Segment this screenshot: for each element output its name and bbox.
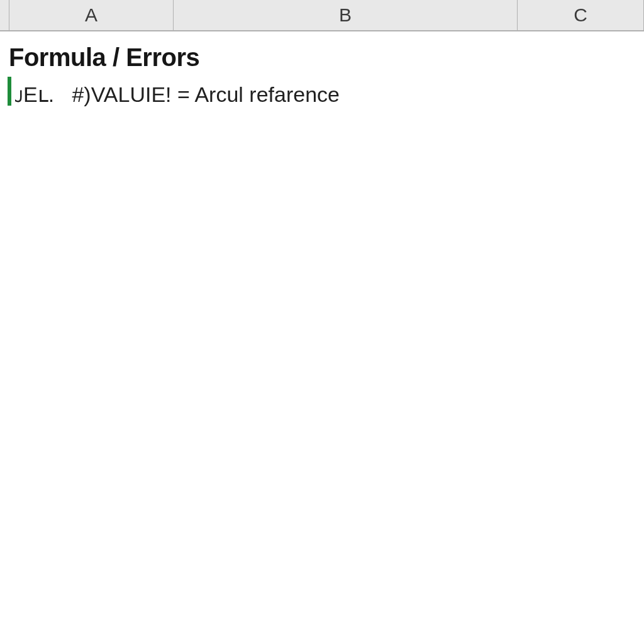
cell-A2-rest: #)VALUIE! = Arcul refarence <box>54 82 340 106</box>
cells-area[interactable]: Formula / Errors ᴊEʟ. #)VALUIE! = Arcul … <box>0 31 644 644</box>
column-header-A[interactable]: A <box>9 0 174 30</box>
row-1[interactable]: Formula / Errors <box>0 31 644 77</box>
cell-A1-title[interactable]: Formula / Errors <box>9 43 199 72</box>
column-header-B[interactable]: B <box>174 0 518 30</box>
cell-A2-prefix: ᴊEʟ. <box>15 82 54 106</box>
cell-A2-content[interactable]: ᴊEʟ. #)VALUIE! = Arcul refarence <box>15 82 340 107</box>
error-indicator-icon[interactable] <box>8 77 11 106</box>
column-header-row: A B C <box>0 0 644 31</box>
spreadsheet-view: A B C Formula / Errors ᴊEʟ. #)VALUIE! = … <box>0 0 644 644</box>
row-2[interactable]: ᴊEʟ. #)VALUIE! = Arcul refarence <box>0 77 644 112</box>
select-all-corner[interactable] <box>0 0 9 30</box>
column-header-C[interactable]: C <box>518 0 644 30</box>
